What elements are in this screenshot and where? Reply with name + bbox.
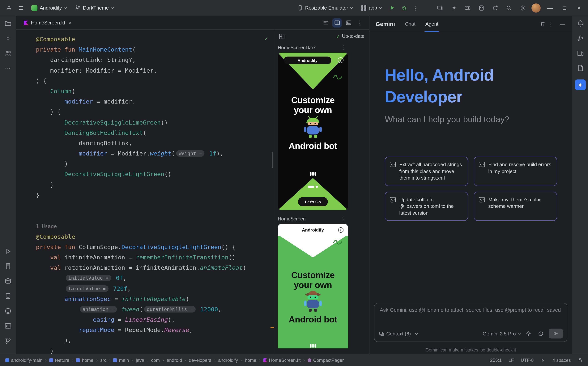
editor-options-icon[interactable]: ⋮ (355, 19, 364, 26)
code-line[interactable]: } (36, 190, 274, 201)
breadcrumb-item[interactable]: home (245, 357, 256, 363)
cursor-position[interactable]: 255:1 (490, 357, 502, 363)
code-line[interactable]: animation = tween(durationMillis = 12000… (36, 305, 274, 315)
line-separator[interactable]: LF (509, 357, 514, 363)
code-line[interactable]: animationSpec = infiniteRepeatable( (36, 294, 274, 304)
gemini-input-box[interactable]: Context (6) Gemini 2.5 Pro (374, 303, 567, 342)
code-line[interactable]: easing = LinearEasing), (36, 315, 274, 325)
window-minimize-button[interactable]: — (544, 2, 555, 13)
build-variants-icon[interactable] (463, 3, 473, 13)
editor-tab-homescreen[interactable]: HomeScreen.kt × (19, 16, 76, 30)
vcs-branch-widget[interactable]: DarkTheme (72, 3, 116, 12)
project-widget[interactable]: Androidify (28, 3, 69, 12)
gemini-options-icon[interactable]: ⋮ (547, 20, 555, 27)
code-line[interactable]: ), (36, 336, 274, 346)
gemini-settings-icon[interactable] (524, 329, 533, 338)
settings-gear-icon[interactable] (518, 3, 528, 13)
code-line[interactable]: DecorativeSquiggleLightGreen() (36, 169, 274, 180)
lets-go-button[interactable]: Let's Go (298, 197, 328, 206)
breadcrumb-item[interactable]: CompactPager (307, 357, 344, 363)
code-line[interactable]: targetValue = 720f, (36, 284, 274, 294)
code-line[interactable]: ) (36, 159, 274, 169)
history-icon[interactable] (536, 329, 545, 338)
breadcrumb-item[interactable]: home (76, 357, 93, 363)
context-chip[interactable]: Context (6) (379, 331, 418, 336)
device-explorer-icon[interactable] (577, 50, 584, 57)
device-manager-icon[interactable] (476, 3, 486, 13)
preview-frame-dark[interactable]: Androidify i Customize your own (278, 53, 348, 210)
device-selector[interactable]: Resizable Emulator (294, 3, 356, 12)
document-icon[interactable] (577, 65, 584, 71)
breadcrumb-item[interactable]: main (113, 357, 129, 363)
code-line[interactable]: Column( (36, 86, 274, 97)
model-selector[interactable]: Gemini 2.5 Pro (483, 331, 520, 336)
code-completion-lightning-icon[interactable] (541, 358, 546, 363)
gemini-tool-window-icon[interactable] (575, 79, 586, 90)
breadcrumb-item[interactable]: androidify (218, 357, 238, 363)
preview-menu-icon[interactable]: ⋮ (340, 44, 348, 51)
code-line[interactable]: repeatMode = RepeatMode.Reverse, (36, 325, 274, 336)
window-close-button[interactable]: × (573, 2, 584, 13)
inspections-ok-icon[interactable]: ✓ (265, 34, 268, 44)
code-view-icon[interactable] (321, 18, 330, 27)
code-line[interactable]: modifier = Modifier.weight(weight = 1f), (36, 149, 274, 159)
more-tool-windows-icon[interactable]: ⋯ (4, 65, 11, 71)
code-line[interactable]: ) (36, 346, 274, 354)
assistant-wrench-icon[interactable] (577, 35, 584, 42)
lock-icon[interactable] (578, 358, 583, 363)
code-line[interactable]: val infiniteAnimation = rememberInfinite… (36, 252, 274, 263)
suggestion-card[interactable]: </>Find and resolve build errors in my p… (474, 157, 557, 186)
breadcrumb-item[interactable]: androidify-main (5, 357, 42, 363)
code-line[interactable]: initialValue = 0f, (36, 273, 274, 284)
code-line[interactable]: DancingBotHeadlineText( (36, 128, 274, 138)
suggestion-card[interactable]: </>Make my Theme's color scheme warmer (474, 192, 557, 221)
run-config-selector[interactable]: app (358, 3, 385, 12)
main-menu-icon[interactable] (16, 3, 26, 13)
run-button[interactable] (387, 3, 397, 13)
debug-button[interactable] (399, 3, 409, 13)
code-line[interactable]: } (36, 180, 274, 190)
file-encoding[interactable]: UTF-8 (521, 357, 534, 363)
code-line[interactable]: ) { (36, 107, 274, 117)
running-devices-icon[interactable] (435, 3, 445, 13)
code-line[interactable]: dancingBotLink: String?, (36, 55, 274, 66)
logcat-icon[interactable] (4, 263, 11, 270)
commit-icon[interactable] (4, 35, 11, 42)
gemini-toolbar-icon[interactable] (449, 3, 459, 13)
window-maximize-button[interactable] (559, 2, 570, 13)
run-more-actions-icon[interactable]: ⋮ (412, 4, 420, 11)
version-control-icon[interactable] (4, 337, 11, 344)
breadcrumb-item[interactable]: com (151, 357, 160, 363)
design-view-icon[interactable] (344, 18, 353, 27)
code-line[interactable]: modifier: Modifier = Modifier, (36, 66, 274, 76)
tab-close-icon[interactable]: × (69, 20, 71, 26)
tab-agent[interactable]: Agent (425, 16, 438, 32)
search-icon[interactable] (504, 3, 514, 13)
suggestion-card[interactable]: </>Extract all hardcoded strings from th… (385, 157, 468, 186)
breadcrumb-item[interactable]: java (136, 357, 144, 363)
notifications-bell-icon[interactable] (577, 20, 584, 27)
suggestion-card[interactable]: </>Update kotlin in @libs.version.toml t… (385, 192, 468, 221)
breadcrumb-item[interactable]: src (100, 357, 107, 363)
run-tool-icon[interactable] (4, 248, 11, 255)
tab-chat[interactable]: Chat (405, 16, 415, 32)
breadcrumb-item[interactable]: developers (189, 357, 211, 363)
gemini-prompt-input[interactable] (380, 307, 562, 313)
project-folder-icon[interactable] (4, 20, 11, 27)
code-line[interactable]: val rotationAnimation = infiniteAnimatio… (36, 263, 274, 273)
hide-panel-icon[interactable]: — (558, 20, 567, 28)
code-line[interactable] (36, 211, 274, 221)
preview-menu-icon[interactable]: ⋮ (340, 215, 348, 222)
problems-icon[interactable] (4, 308, 11, 314)
breadcrumb-item[interactable]: feature (49, 357, 69, 363)
code-editor[interactable]: @Composableprivate fun MainHomeContent( … (16, 30, 274, 354)
sync-project-icon[interactable] (490, 3, 500, 13)
code-line[interactable] (36, 201, 274, 211)
terminal-icon[interactable] (4, 322, 11, 329)
code-line[interactable]: @Composable (36, 34, 274, 45)
code-line[interactable]: @Composable (36, 232, 274, 242)
split-view-icon[interactable] (332, 18, 342, 27)
delete-conversation-icon[interactable] (538, 20, 547, 28)
code-line[interactable]: 1 Usage (36, 221, 274, 232)
code-line[interactable]: DecorativeSquiggleLimeGreen() (36, 117, 274, 128)
